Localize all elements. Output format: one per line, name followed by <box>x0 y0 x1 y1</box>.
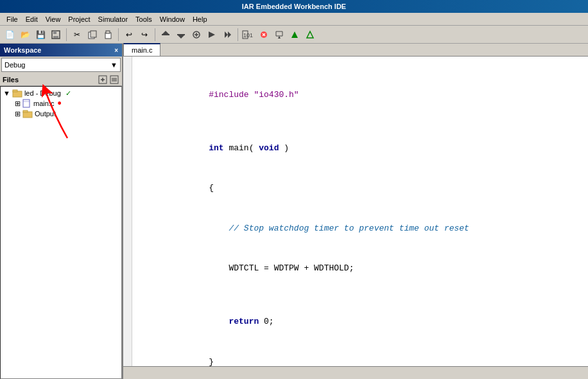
func-main: main( <box>229 143 254 153</box>
kw-int: int <box>209 143 223 153</box>
redo-button[interactable]: ↪ <box>137 28 151 42</box>
menu-file[interactable]: File <box>3 14 22 24</box>
sep1 <box>66 28 67 41</box>
tab-main-c-label: main.c <box>132 46 152 54</box>
menu-help[interactable]: Help <box>189 14 211 24</box>
svg-marker-8 <box>162 31 169 34</box>
code-line-8 <box>139 289 583 303</box>
tb-btn-2[interactable] <box>174 28 188 42</box>
title-bar: IAR Embedded Workbench IDE <box>0 0 588 13</box>
code-line-2: #include "io430.h" <box>139 75 583 115</box>
code-line-6: // Stop watchdog timer to prevent time o… <box>139 209 583 249</box>
sep3 <box>155 28 155 41</box>
menu-project[interactable]: Project <box>64 14 94 24</box>
files-icon-2[interactable] <box>109 75 119 85</box>
code-line-4: int main( void ) <box>139 128 583 168</box>
copy-button[interactable] <box>85 28 99 42</box>
main-area: 点击一下 Workspace × Debug ▼ Files <box>0 44 588 379</box>
pp-include: #include "io430.h" <box>209 90 298 100</box>
folder-icon <box>22 109 33 118</box>
tb-btn-6[interactable]: 101 <box>241 28 255 42</box>
func-paren: ) <box>284 143 289 153</box>
line-number-gutter <box>123 57 132 366</box>
file-main-c-label: main.c <box>33 100 54 107</box>
svg-rect-1 <box>53 31 56 34</box>
wdtctl-assign: WDTCTL = WDTPW + WDTHOLD; <box>229 263 354 273</box>
debug-dropdown[interactable]: Debug ▼ <box>1 58 121 72</box>
tb-btn-8[interactable] <box>272 28 286 42</box>
tb-btn-9[interactable] <box>288 28 302 42</box>
svg-rect-38 <box>23 110 28 112</box>
file-main-c[interactable]: ⊞ main.c • <box>1 98 121 109</box>
save-button[interactable]: 💾 <box>33 28 48 42</box>
app-title: IAR Embedded Workbench IDE <box>242 3 346 10</box>
undo-button[interactable]: ↩ <box>122 28 136 42</box>
svg-rect-35 <box>23 100 30 107</box>
output-folder[interactable]: ⊞ Output <box>1 109 121 119</box>
kw-void: void <box>259 143 279 153</box>
menu-view[interactable]: View <box>42 14 65 24</box>
cut-button[interactable]: ✂ <box>70 28 84 42</box>
code-line-1 <box>139 62 583 75</box>
tb-btn-1[interactable] <box>159 28 173 42</box>
menu-bar: File Edit View Project Simulator Tools W… <box>0 13 588 26</box>
svg-rect-9 <box>177 34 185 35</box>
tb-btn-7[interactable] <box>257 28 271 42</box>
new-button[interactable]: 📄 <box>3 28 17 42</box>
paste-button[interactable] <box>101 28 115 42</box>
files-bar: Files <box>0 73 122 86</box>
tb-btn-5[interactable] <box>220 28 234 42</box>
menu-window[interactable]: Window <box>156 14 189 24</box>
code-line-5: { <box>139 168 583 208</box>
svg-rect-7 <box>162 34 169 35</box>
debug-label: Debug <box>4 61 25 69</box>
svg-marker-24 <box>291 31 298 38</box>
svg-text:101: 101 <box>243 32 253 39</box>
svg-rect-6 <box>106 31 110 33</box>
svg-marker-22 <box>276 31 282 36</box>
toolbar: 📄 📂 💾 ✂ ↩ ↪ 101 <box>0 26 588 44</box>
expand-icon-2: ⊞ <box>15 100 21 108</box>
svg-rect-2 <box>53 36 58 38</box>
workspace-header: Workspace × <box>0 44 122 57</box>
workspace-panel: Workspace × Debug ▼ Files ▼ led <box>0 44 123 379</box>
workspace-title: Workspace <box>4 46 42 54</box>
menu-edit[interactable]: Edit <box>22 14 42 24</box>
code-line-9: return 0; <box>139 302 583 342</box>
return-val: 0; <box>264 317 274 326</box>
project-icon <box>12 89 22 98</box>
tab-main-c[interactable]: main.c <box>123 43 160 56</box>
svg-rect-34 <box>13 90 17 92</box>
files-toolbar <box>98 75 119 85</box>
red-dot-icon: • <box>57 100 61 108</box>
expand-icon-3: ⊞ <box>15 110 21 118</box>
kw-return: return <box>229 317 259 326</box>
status-bar <box>123 366 588 379</box>
brace-open: { <box>209 183 214 193</box>
menu-simulator[interactable]: Simulator <box>94 14 132 24</box>
dropdown-arrow-icon: ▼ <box>110 61 117 69</box>
project-name: led - Debug <box>24 89 61 97</box>
save-all-button[interactable] <box>49 28 63 42</box>
tb-btn-10[interactable] <box>303 28 317 42</box>
files-icon-1[interactable] <box>98 75 108 85</box>
file-tree: ▼ led - Debug ✓ ⊞ main.c • ⊞ Output <box>0 86 122 379</box>
code-editor[interactable]: #include "io430.h" int main( void ) { //… <box>123 57 588 366</box>
tb-btn-3[interactable] <box>189 28 203 42</box>
svg-rect-4 <box>91 31 96 37</box>
workspace-close-button[interactable]: × <box>114 47 118 54</box>
project-check: ✓ <box>65 89 71 98</box>
editor-tab-bar: main.c <box>123 44 588 57</box>
expand-icon: ▼ <box>3 89 10 97</box>
open-button[interactable]: 📂 <box>18 28 32 42</box>
code-line-3 <box>139 115 583 128</box>
output-folder-label: Output <box>35 110 56 118</box>
code-line-10: } <box>139 342 583 366</box>
menu-tools[interactable]: Tools <box>132 14 156 24</box>
svg-marker-25 <box>307 31 313 38</box>
svg-marker-10 <box>178 35 184 39</box>
brace-close: } <box>209 357 214 366</box>
tb-btn-4[interactable] <box>205 28 219 42</box>
file-c-icon <box>22 99 31 108</box>
svg-marker-14 <box>209 31 215 38</box>
